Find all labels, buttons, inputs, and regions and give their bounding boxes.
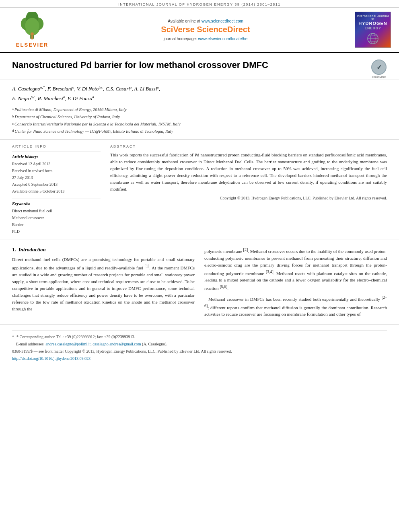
affil-d-sup: d (12, 128, 14, 134)
author-negro: E. Negro (12, 95, 31, 101)
keyword-4: PLD (12, 228, 101, 235)
footer-issn: 0360-3199/$ — see front matter Copyright… (12, 348, 387, 354)
article-title-section: Nanostructured Pd barrier for low methan… (0, 53, 399, 80)
body-left-para-1: Direct methanol fuel cells (DMFCs) are a… (12, 256, 195, 312)
affil-a-sup: a (12, 106, 14, 112)
cite-5-6: [5,6] (220, 284, 227, 289)
abstract-text: This work reports the successful fabrica… (110, 152, 387, 201)
abstract-label: Abstract (110, 144, 387, 148)
crossmark-icon: ✓ (376, 64, 382, 71)
author-casalegno-sup: a,* (40, 85, 45, 89)
author-negro-sup: b,c (31, 95, 35, 99)
journal-banner-text: International Journal of Hydrogen Energy… (118, 2, 281, 6)
affil-d-text: Center for Nano Science and Technology —… (15, 128, 173, 135)
affil-d: d Center for Nano Science and Technology… (12, 128, 387, 135)
email-gmail-link[interactable]: casalegno.andrea@gmail.com (93, 342, 141, 346)
sciverse-title: SciVerse ScienceDirect (56, 25, 355, 34)
footer-email-author: (A. Casalegno). (141, 342, 168, 346)
journal-cover-image: International Journal of HYDROGEN ENERGY (355, 12, 391, 48)
cite-2-6: [2–6] (204, 295, 387, 308)
authors-line-1: A. Casalegnoa,*, F. Bresciania, V. Di No… (12, 84, 387, 94)
crossmark-circle: ✓ (371, 60, 387, 75)
body-content: 1.Introduction Direct methanol fuel cell… (0, 240, 399, 325)
history-online: Available online 5 October 2013 (12, 188, 101, 195)
affil-c-text: Consorzio Interuniversitario Nazionale p… (14, 121, 181, 128)
svg-rect-7 (31, 35, 33, 39)
authors-line-2: E. Negrob,c, R. Marchesia, F. Di Fonzod (12, 94, 387, 103)
history-title: Article history: (12, 154, 101, 159)
footer-divider (12, 331, 387, 331)
keyword-1: Direct methanol fuel cell (12, 207, 101, 214)
doi-link[interactable]: http://dx.doi.org/10.1016/j.ijhydene.201… (12, 356, 90, 361)
crossmark-badge: ✓ CrossMark (371, 60, 387, 76)
email-polimi-link[interactable]: andrea.casalegno@polimi.it (45, 342, 90, 346)
article-history: Article history: Received 12 April 2013 … (12, 152, 101, 195)
affil-b-sup: b (12, 113, 14, 119)
article-info-label: Article Info (12, 144, 101, 148)
article-info-abstract: Article Info Article history: Received 1… (0, 140, 399, 240)
affil-a-text: Politecnico di Milano, Department of Ene… (14, 106, 127, 113)
author-libassi: , A. Li Bassi (132, 86, 157, 92)
affil-c-sup: c (12, 121, 14, 127)
author-bresciani: , F. Bresciani (45, 86, 72, 92)
affiliations-section: a Politecnico di Milano, Department of E… (0, 105, 399, 139)
abstract-paragraph: This work reports the successful fabrica… (110, 152, 387, 193)
keyword-2: Methanol crossover (12, 214, 101, 221)
article-info-column: Article Info Article history: Received 1… (12, 144, 101, 235)
section1-title: Introduction (19, 246, 46, 253)
footer-email: E-mail addresses: andrea.casalegno@polim… (12, 341, 387, 347)
available-online-text: Available online at www.sciencedirect.co… (56, 19, 355, 23)
svg-point-6 (31, 32, 34, 35)
journal-header: ELSEVIER Available online at www.science… (0, 8, 399, 53)
star-icon: * (12, 334, 14, 339)
elsevier-label-text: ELSEVIER (16, 42, 48, 48)
journal-homepage: journal homepage: www.elsevier.com/locat… (56, 37, 355, 41)
crossmark-label: CrossMark (372, 76, 386, 78)
author-difonzo: , F. Di Fonzo (65, 95, 92, 101)
history-revised-label: Received in revised form (12, 167, 101, 174)
sciverse-sci: SciVerse (161, 25, 197, 34)
sciverse-direct: ScienceDirect (197, 25, 250, 34)
section1-heading: 1.Introduction (12, 246, 195, 253)
history-revised-date: 27 July 2013 (12, 174, 101, 181)
svg-point-5 (25, 18, 39, 33)
author-libassi-sup: a (157, 85, 159, 89)
footer-corresponding: * * Corresponding author. Tel.: +39 (0)2… (12, 333, 387, 340)
author-dinoto: , V. Di Noto (74, 86, 99, 92)
author-casalegno: A. Casalegno (12, 86, 40, 92)
author-marchesi: , R. Marchesi (35, 95, 63, 101)
body-col-left: 1.Introduction Direct methanol fuel cell… (12, 246, 195, 320)
authors-section: A. Casalegnoa,*, F. Bresciania, V. Di No… (0, 80, 399, 105)
cite-2: [2] (243, 247, 248, 252)
affil-b: b Department of Chemical Sciences, Unive… (12, 113, 387, 121)
affil-c: c Consorzio Interuniversitario Nazionale… (12, 121, 387, 128)
body-left-text: Direct methanol fuel cells (DMFCs) are a… (12, 256, 195, 312)
keywords-title: Keywords: (12, 201, 101, 206)
history-accepted: Accepted 6 September 2013 (12, 181, 101, 188)
footer-section: * * Corresponding author. Tel.: +39 (0)2… (0, 325, 399, 366)
affil-b-text: Department of Chemical Sciences, Univers… (15, 113, 120, 121)
keywords-block: Keywords: Direct methanol fuel cell Meth… (12, 199, 101, 235)
body-right-para-2: Methanol crossover in DMFCs has been rec… (204, 294, 387, 318)
elsevier-logo: ELSEVIER (8, 12, 56, 48)
body-right-para-1: polymeric membrane [2]. Methanol crossov… (204, 246, 387, 292)
sciverse-link[interactable]: www.sciencedirect.com (202, 19, 243, 23)
abstract-copyright: Copyright © 2013, Hydrogen Energy Public… (110, 195, 387, 201)
author-difonzo-sup: d (92, 95, 94, 99)
affil-a: a Politecnico di Milano, Department of E… (12, 106, 387, 113)
homepage-link[interactable]: www.elsevier.com/locate/he (198, 37, 247, 41)
corresponding-text: * Corresponding author. Tel.: +39 (0)223… (16, 335, 135, 339)
history-received: Received 12 April 2013 (12, 160, 101, 167)
author-dinoto-sup: b,c (99, 85, 103, 89)
header-center: Available online at www.sciencedirect.co… (56, 19, 355, 41)
footer-email-label: E-mail addresses: (12, 342, 45, 346)
keyword-3: Barrier (12, 221, 101, 228)
article-main-title: Nanostructured Pd barrier for low methan… (12, 60, 364, 71)
cover-globe-icon (367, 33, 379, 45)
author-casari: , C.S. Casari (103, 86, 130, 92)
journal-banner: International Journal of Hydrogen Energy… (0, 0, 399, 8)
cite-3-4: [3,4] (266, 269, 274, 274)
section1-number: 1. (12, 246, 16, 253)
body-right-text: polymeric membrane [2]. Methanol crossov… (204, 246, 387, 318)
cite-1: [1] (145, 264, 150, 268)
